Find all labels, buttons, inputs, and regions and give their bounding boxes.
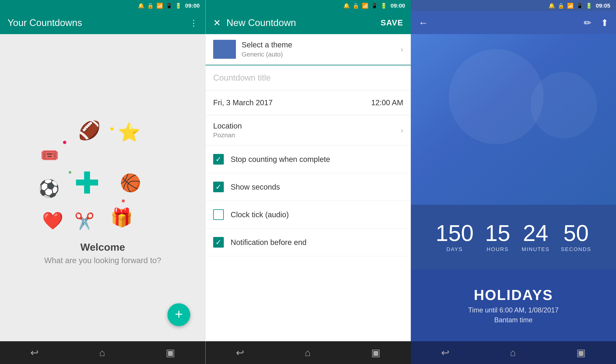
left-toolbar: Your Countdowns ⋮: [0, 11, 205, 34]
left-panel: 🔔 🔒 📶 📱 🔋 09:00 Your Countdowns ⋮ 🎟️ 🏈 ⭐…: [0, 0, 205, 364]
heart-emoji: ❤️: [42, 211, 63, 231]
stop-counting-row[interactable]: ✓ Stop counting when complete: [206, 146, 411, 173]
decorative-area: [411, 34, 616, 205]
toolbar-left: ✕ New Countdown: [213, 17, 296, 28]
notification-label: Notification before end: [231, 238, 306, 247]
back-arrow-button[interactable]: ←: [418, 17, 428, 28]
plus-icon: +: [175, 307, 183, 321]
minutes-label: MINUTES: [522, 246, 550, 252]
alarm-icon-right: 🔔: [549, 3, 555, 9]
alarm-icon-mid: 🔔: [343, 3, 350, 9]
home-button-left[interactable]: ⌂: [99, 347, 105, 358]
holiday-subtitle: Time until 6:00 AM, 1/08/2017: [468, 306, 559, 314]
stop-counting-checkbox[interactable]: ✓: [213, 154, 224, 165]
signal-icon: 📱: [166, 3, 172, 9]
edit-button[interactable]: ✏: [584, 17, 591, 28]
dot-4: [122, 199, 125, 202]
date-row[interactable]: Fri, 3 March 2017 12:00 AM: [206, 91, 411, 115]
checkmark-icon-2: ✓: [215, 183, 222, 191]
right-toolbar: ← ✏ ⬆: [411, 11, 616, 34]
days-unit: 150 DAYS: [436, 222, 473, 252]
date-value: Fri, 3 March 2017: [213, 98, 273, 107]
middle-status-bar: 🔔 🔒 📶 📱 🔋 09:00: [206, 0, 411, 11]
home-button-right[interactable]: ⌂: [510, 347, 516, 358]
hours-unit: 15 HOURS: [485, 222, 510, 252]
notification-checkbox[interactable]: ✓: [213, 237, 224, 247]
right-status-time: 09:05: [596, 2, 610, 9]
football-emoji: 🏈: [78, 120, 101, 141]
deco-circle-2: [531, 72, 597, 138]
holiday-timezone: Bantam time: [494, 316, 533, 324]
countdown-grid: 150 DAYS 15 HOURS 24 MINUTES 50 SECONDS: [411, 205, 616, 269]
theme-text: Select a theme Generic (auto): [242, 40, 401, 58]
middle-toolbar: ✕ New Countdown SAVE: [206, 11, 411, 34]
soccer-emoji: ⚽: [38, 179, 60, 198]
battery-icon: 🔋: [175, 3, 182, 9]
back-button-right[interactable]: ↩: [441, 347, 449, 358]
basketball-emoji: 🏀: [120, 173, 141, 193]
dot-3: [69, 171, 71, 174]
wifi-icon: 📶: [157, 3, 163, 9]
right-toolbar-icons: ✏ ⬆: [584, 17, 608, 28]
minutes-value: 24: [523, 222, 548, 244]
back-button-mid[interactable]: ↩: [236, 347, 244, 358]
title-input-row: [206, 65, 411, 91]
clock-tick-row[interactable]: Clock tick (audio): [206, 201, 411, 229]
seconds-label: SECONDS: [561, 246, 591, 252]
home-button-mid[interactable]: ⌂: [305, 347, 311, 358]
show-seconds-checkbox[interactable]: ✓: [213, 182, 224, 192]
scissors-emoji: ✂️: [74, 212, 94, 231]
middle-bottom-nav: ↩ ⌂ ▣: [206, 341, 411, 364]
middle-content: Select a theme Generic (auto) › Fri, 3 M…: [206, 34, 411, 341]
left-status-bar: 🔔 🔒 📶 📱 🔋 09:00: [0, 0, 205, 11]
welcome-title: Welcome: [80, 241, 125, 253]
ticket-emoji: 🎟️: [40, 146, 59, 164]
dot-1: [63, 141, 66, 144]
clock-tick-label: Clock tick (audio): [231, 210, 289, 219]
holiday-title: HOLIDAYS: [474, 287, 553, 303]
back-button-left[interactable]: ↩: [30, 347, 39, 358]
theme-selector-row[interactable]: Select a theme Generic (auto) ›: [206, 34, 411, 65]
dot-2: [110, 127, 113, 130]
welcome-subtitle: What are you looking forward to?: [44, 256, 161, 265]
plus-emoji: ✚: [74, 165, 100, 201]
show-seconds-label: Show seconds: [231, 183, 280, 191]
seconds-value: 50: [564, 222, 589, 244]
left-bottom-nav: ↩ ⌂ ▣: [0, 341, 205, 364]
recents-button-mid[interactable]: ▣: [371, 347, 380, 358]
wifi-icon-right: 📶: [567, 3, 574, 9]
middle-toolbar-content: ✕ New Countdown SAVE: [213, 17, 403, 28]
middle-status-icons: 🔔 🔒 📶 📱 🔋: [343, 3, 387, 9]
clock-tick-checkbox[interactable]: [213, 209, 224, 220]
countdown-title-input[interactable]: [213, 73, 403, 82]
wifi-icon-mid: 📶: [362, 3, 368, 9]
hours-label: HOURS: [487, 246, 509, 252]
theme-title: Select a theme: [242, 40, 401, 49]
lock-icon-mid: 🔒: [353, 3, 359, 9]
recents-button-left[interactable]: ▣: [166, 347, 175, 358]
theme-swatch: [213, 40, 236, 59]
theme-subtitle: Generic (auto): [242, 51, 401, 58]
close-button[interactable]: ✕: [213, 17, 221, 28]
add-countdown-fab[interactable]: +: [168, 303, 190, 326]
left-status-time: 09:00: [185, 2, 200, 9]
recents-button-right[interactable]: ▣: [576, 347, 586, 358]
lock-icon-right: 🔒: [558, 3, 564, 9]
overflow-menu-icon[interactable]: ⋮: [189, 18, 198, 28]
save-button[interactable]: SAVE: [381, 18, 403, 27]
signal-icon-mid: 📱: [371, 3, 378, 9]
notification-row[interactable]: ✓ Notification before end: [206, 229, 411, 256]
sun-emoji: ⭐: [118, 122, 141, 143]
location-chevron-icon: ›: [401, 126, 403, 135]
days-label: DAYS: [446, 246, 463, 252]
show-seconds-row[interactable]: ✓ Show seconds: [206, 173, 411, 201]
stop-counting-label: Stop counting when complete: [231, 155, 330, 164]
location-row[interactable]: Location Poznan ›: [206, 115, 411, 146]
share-button[interactable]: ⬆: [601, 17, 608, 28]
right-status-icons: 🔔 🔒 📶 📱 🔋: [549, 3, 592, 9]
seconds-unit: 50 SECONDS: [561, 222, 591, 252]
battery-icon-mid: 🔋: [380, 3, 387, 9]
minutes-unit: 24 MINUTES: [522, 222, 550, 252]
holiday-section: HOLIDAYS Time until 6:00 AM, 1/08/2017 B…: [411, 269, 616, 341]
location-group: Location Poznan: [213, 122, 401, 139]
